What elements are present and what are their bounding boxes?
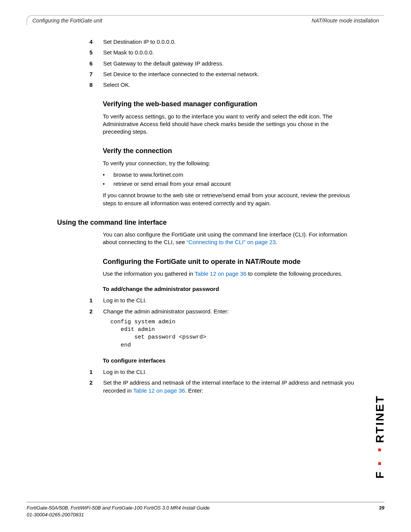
page-header: Configuring the FortiGate unit NAT/Route… [27,15,384,25]
footer-title: FortiGate-50A/50B, FortiWiFi-50B and For… [27,505,210,511]
step-number: 1 [89,368,103,376]
para-nat-post: to complete the following procedures. [247,270,343,277]
bullet-icon: • [103,180,113,188]
fortinet-logo: F▪▪RTINET [372,395,388,479]
step-if2-post: . Enter: [185,387,203,394]
page-content: 4 Set Destination IP to 0.0.0.0. 5 Set M… [27,38,354,460]
step-row: 2 Change the admin administrator passwor… [89,308,354,315]
step-number: 6 [89,60,103,67]
step-text: Set Destination IP to 0.0.0.0. [103,38,354,46]
step-number: 5 [89,49,103,56]
bullet-icon: • [103,171,113,179]
step-text: Log in to the CLI. [103,297,354,304]
page: Configuring the FortiGate unit NAT/Route… [0,0,411,532]
header-right: NAT/Route mode installation [312,16,379,24]
top-steps: 4 Set Destination IP to 0.0.0.0. 5 Set M… [27,38,354,89]
footer-left: FortiGate-50A/50B, FortiWiFi-50B and For… [27,505,210,518]
para-cli: You can also configure the FortiGate uni… [103,231,354,246]
footer-docid: 01-30004-0265-20070831 [27,511,210,518]
bullet-list-connection: • browse to www.fortinet.com • retrieve … [103,171,354,188]
step-text: Set the IP address and netmask of the in… [103,379,354,395]
step-number: 4 [89,38,103,46]
step-text: Select OK. [103,81,354,89]
heading-nat: Configuring the FortiGate unit to operat… [103,257,354,266]
step-row: 1 Log in to the CLI. [89,297,354,304]
link-table-12-a[interactable]: Table 12 on page 36 [195,270,247,277]
step-text: Set Device to the interface connected to… [103,70,354,78]
page-footer: FortiGate-50A/50B, FortiWiFi-50B and For… [27,502,384,518]
subheading-configure-interfaces: To configure interfaces [103,357,354,364]
step-row: 7 Set Device to the interface connected … [89,70,354,78]
step-row: 6 Set Gateway to the default gateway IP … [89,60,354,67]
step-number: 8 [89,81,103,89]
step-row: 2 Set the IP address and netmask of the … [89,379,354,395]
bullet-row: • browse to www.fortinet.com [103,171,354,179]
subheading-admin-password: To add/change the administrator password [103,285,354,293]
code-admin-password: config system admin edit admin set passw… [110,318,354,349]
para-nat: Use the information you gathered in Tabl… [103,270,354,278]
steps-interfaces: 1 Log in to the CLI. 2 Set the IP addres… [27,368,354,395]
step-text: Change the admin administrator password.… [103,308,354,315]
step-number: 2 [89,379,103,395]
link-connecting-cli[interactable]: “Connecting to the CLI” on page 23 [186,239,276,245]
step-text: Set Gateway to the default gateway IP ad… [103,60,354,67]
step-text: Log in to the CLI. [103,368,354,376]
step-row: 1 Log in to the CLI. [89,368,354,376]
para-cli-post: . [276,239,277,245]
para-verify-web: To verify access settings, go to the int… [103,113,354,136]
heading-verify-web: Verifying the web-based manager configur… [103,99,354,109]
heading-cli: Using the command line interface [57,218,354,227]
bullet-text: retrieve or send email from your email a… [113,180,231,188]
step-number: 2 [89,308,103,315]
bullet-text: browse to www.fortinet.com [113,171,183,179]
bullet-row: • retrieve or send email from your email… [103,180,354,188]
steps-admin: 1 Log in to the CLI. 2 Change the admin … [27,297,354,315]
step-row: 4 Set Destination IP to 0.0.0.0. [89,38,354,46]
step-row: 8 Select OK. [89,81,354,89]
header-left: Configuring the FortiGate unit [32,16,102,24]
para-verify-connection-2: If you cannot browse to the web site or … [103,192,354,207]
heading-verify-connection: Verify the connection [103,146,354,155]
step-number: 1 [89,297,103,304]
step-number: 7 [89,70,103,78]
para-nat-pre: Use the information you gathered in [103,270,195,277]
footer-page-number: 39 [379,505,384,511]
para-verify-connection: To verify your connection, try the follo… [103,160,354,167]
link-table-12-b[interactable]: Table 12 on page 36 [133,387,185,394]
step-row: 5 Set Mask to 0.0.0.0. [89,49,354,56]
step-text: Set Mask to 0.0.0.0. [103,49,354,56]
